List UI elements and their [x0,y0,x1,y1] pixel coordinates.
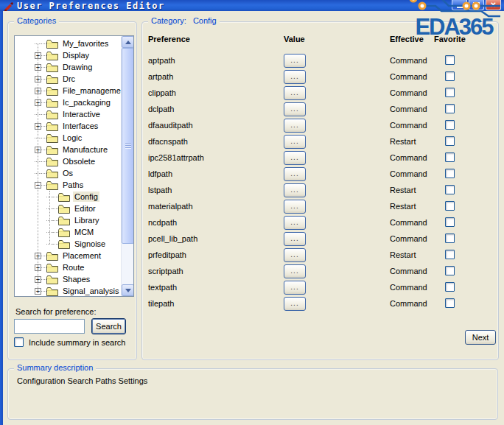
favorite-checkbox[interactable] [445,88,455,97]
value-button[interactable]: ... [284,151,306,165]
tree-item-file_management[interactable]: +File_management [15,85,133,96]
preference-name: scriptpath [142,267,279,275]
tree-item-logic[interactable]: Logic [15,132,133,144]
tree-item-label: Ic_packaging [61,97,112,108]
search-input[interactable] [14,319,85,334]
tree-item-drawing[interactable]: +Drawing [15,61,133,73]
minimize-button[interactable] [452,0,467,10]
table-row: artpath...Command [142,69,498,85]
favorite-checkbox[interactable] [445,282,455,292]
search-button[interactable]: Search [91,318,126,334]
effective-value: Command [385,234,441,243]
tree-connector [41,114,46,115]
effective-value: Command [385,72,441,81]
tree-item-placement[interactable]: +Placement [15,250,133,261]
folder-icon [58,204,70,214]
tree-item-config[interactable]: Config [15,191,133,203]
folder-icon [46,86,58,96]
tree-item-mcm[interactable]: MCM [15,226,133,238]
effective-value: Restart [385,137,441,146]
folder-icon [58,216,70,225]
scrollbar-down-button[interactable] [122,284,134,296]
scrollbar-up-button[interactable] [122,36,134,48]
favorite-checkbox[interactable] [445,152,455,162]
tree-item-os[interactable]: Os [15,167,133,179]
tree-item-library[interactable]: Library [15,214,133,226]
value-button[interactable]: ... [284,264,306,278]
table-row: pcell_lib_path...Command [142,231,498,247]
tree-item-ic_packaging[interactable]: +Ic_packaging [15,96,133,108]
favorite-checkbox[interactable] [445,136,455,146]
titlebar: User Preferences Editor ✕ [0,0,504,11]
tree-item-editor[interactable]: Editor [15,203,133,214]
maximize-button[interactable] [469,0,484,10]
tree-item-label: Obsolete [61,156,97,166]
value-button[interactable]: ... [284,232,306,246]
value-button[interactable]: ... [284,86,306,100]
tree-item-label: Placement [61,250,102,261]
tree-connector [53,232,58,233]
value-button[interactable]: ... [284,135,306,149]
tree-item-paths[interactable]: −Paths [15,179,133,191]
value-button[interactable]: ... [284,248,306,262]
tree-item-shapes[interactable]: +Shapes [15,273,133,285]
tree-item-drc[interactable]: +Drc [15,73,133,85]
table-row: tilepath...Command [142,295,498,312]
tree-item-label: Interfaces [61,121,99,131]
favorite-checkbox[interactable] [445,233,455,243]
favorite-checkbox[interactable] [445,55,455,65]
table-row: clippath...Command [142,85,498,101]
value-button[interactable]: ... [284,167,306,181]
value-button[interactable]: ... [284,200,306,214]
tree-item-manufacture[interactable]: +Manufacture [15,144,133,155]
favorite-checkbox[interactable] [445,217,455,227]
next-button[interactable]: Next [465,330,496,345]
table-row: ldfpath...Command [142,166,498,182]
window-controls: ✕ [452,0,501,10]
preference-name: clippath [142,88,279,97]
tree-item-display[interactable]: +Display [15,49,133,61]
favorite-checkbox[interactable] [445,298,455,308]
favorite-checkbox[interactable] [445,120,455,130]
preference-name: dclpath [142,105,279,113]
folder-icon [46,251,58,261]
preference-name: tilepath [142,299,279,308]
tree-item-route[interactable]: +Route [15,261,133,273]
favorite-checkbox[interactable] [445,71,455,81]
tree-item-label: Signal_analysis [61,286,120,296]
favorite-checkbox[interactable] [445,201,455,211]
value-button[interactable]: ... [284,54,306,68]
preference-name: ldfpath [142,169,279,178]
tree-item-label: Drawing [61,62,94,72]
tree-scrollbar[interactable] [121,36,133,296]
tree-item-my_favorites[interactable]: My_favorites [15,38,133,49]
include-summary-checkbox[interactable] [14,337,24,347]
table-row: textpath...Command [142,279,498,295]
category-label: Category: [151,16,186,25]
tree-item-interactive[interactable]: Interactive [15,108,133,120]
value-button[interactable]: ... [284,281,306,295]
close-button[interactable]: ✕ [486,0,501,10]
favorite-checkbox[interactable] [445,104,455,113]
scrollbar-thumb[interactable] [122,48,134,244]
favorite-checkbox[interactable] [445,250,455,259]
favorite-checkbox[interactable] [445,169,455,178]
favorite-checkbox[interactable] [445,185,455,194]
tree-item-obsolete[interactable]: Obsolete [15,155,133,167]
tree-item-label: Library [73,215,101,225]
tree-item-signal_analysis[interactable]: +Signal_analysis [15,285,133,297]
column-header-value: Value [284,35,305,43]
value-button[interactable]: ... [284,70,306,84]
tree-item-signoise[interactable]: Signoise [15,238,133,250]
favorite-checkbox[interactable] [445,266,455,275]
effective-value: Restart [385,186,441,194]
value-button[interactable]: ... [284,216,306,230]
effective-value: Command [385,169,441,178]
tree-item-interfaces[interactable]: +Interfaces [15,120,133,132]
value-button[interactable]: ... [284,297,306,311]
app-icon [4,1,14,11]
folder-icon [58,228,70,237]
value-button[interactable]: ... [284,183,306,197]
value-button[interactable]: ... [284,119,306,133]
value-button[interactable]: ... [284,102,306,116]
